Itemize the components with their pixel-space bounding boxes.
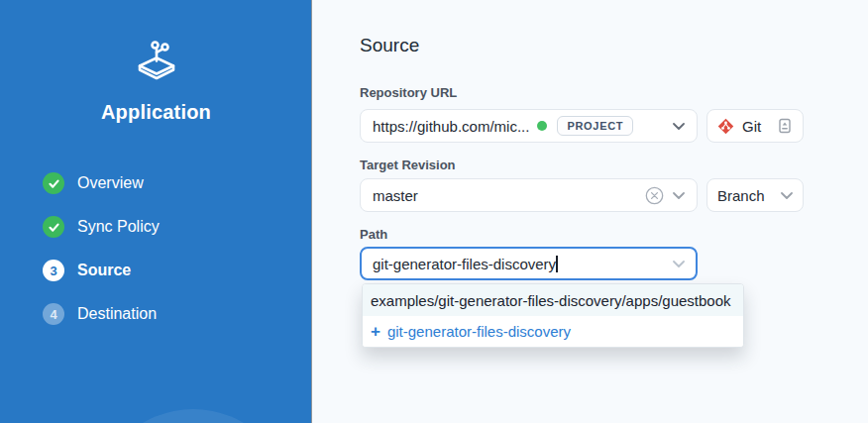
clear-icon[interactable] <box>645 186 664 205</box>
target-revision-value: master <box>373 187 418 204</box>
text-cursor <box>556 256 558 272</box>
select-box-icon <box>777 118 793 134</box>
step-label: Destination <box>77 305 157 323</box>
repository-url-input[interactable]: https://github.com/mic... PROJECT <box>360 109 698 143</box>
path-value: git-generator-files-discovery <box>373 256 556 272</box>
step-label: Source <box>77 262 131 279</box>
sidebar-title: Application <box>0 101 312 124</box>
repo-type-value: Git <box>742 118 761 135</box>
path-create-option[interactable]: + git-generator-files-discovery <box>363 316 743 347</box>
page-title: Source <box>360 35 419 56</box>
project-badge: PROJECT <box>557 116 633 136</box>
step-label: Overview <box>77 174 144 192</box>
path-option-guestbook[interactable]: examples/git-generator-files-discovery/a… <box>363 284 743 316</box>
step-sync-policy[interactable]: Sync Policy <box>43 215 160 239</box>
repository-url-label: Repository URL <box>360 85 457 100</box>
target-revision-label: Target Revision <box>360 158 456 172</box>
step-number-badge: 4 <box>43 303 64 325</box>
path-label: Path <box>360 227 387 242</box>
repo-connected-dot <box>537 121 547 131</box>
repository-url-value: https://github.com/mic... <box>373 118 529 135</box>
chevron-down-icon <box>781 192 793 199</box>
plus-icon: + <box>371 323 380 340</box>
source-form-panel: Source Repository URL https://github.com… <box>313 0 868 423</box>
step-number-badge: 3 <box>43 260 64 281</box>
revision-type-value: Branch <box>717 187 765 204</box>
step-source[interactable]: 3 Source <box>43 259 160 282</box>
application-wizard: Application Overview Sync Policy <box>0 0 868 423</box>
check-icon <box>43 172 64 194</box>
step-overview[interactable]: Overview <box>43 171 160 195</box>
chevron-down-icon[interactable] <box>673 261 685 267</box>
wizard-sidebar: Application Overview Sync Policy <box>0 0 312 423</box>
path-input[interactable]: git-generator-files-discovery <box>360 247 698 280</box>
chevron-down-icon[interactable] <box>673 192 685 199</box>
chevron-down-icon[interactable] <box>673 123 685 130</box>
target-revision-input[interactable]: master <box>360 178 698 212</box>
path-create-label: git-generator-files-discovery <box>387 323 571 340</box>
revision-type-select[interactable]: Branch <box>706 178 804 212</box>
decorative-circle <box>94 409 292 423</box>
git-icon <box>717 118 734 135</box>
application-icon <box>0 36 312 87</box>
repo-type-select[interactable]: Git <box>706 109 804 143</box>
check-icon <box>43 216 64 238</box>
wizard-steps: Overview Sync Policy 3 Source 4 Destinat… <box>43 171 160 346</box>
path-autocomplete-dropdown: examples/git-generator-files-discovery/a… <box>362 283 744 348</box>
step-label: Sync Policy <box>77 218 160 236</box>
step-destination[interactable]: 4 Destination <box>43 302 160 326</box>
